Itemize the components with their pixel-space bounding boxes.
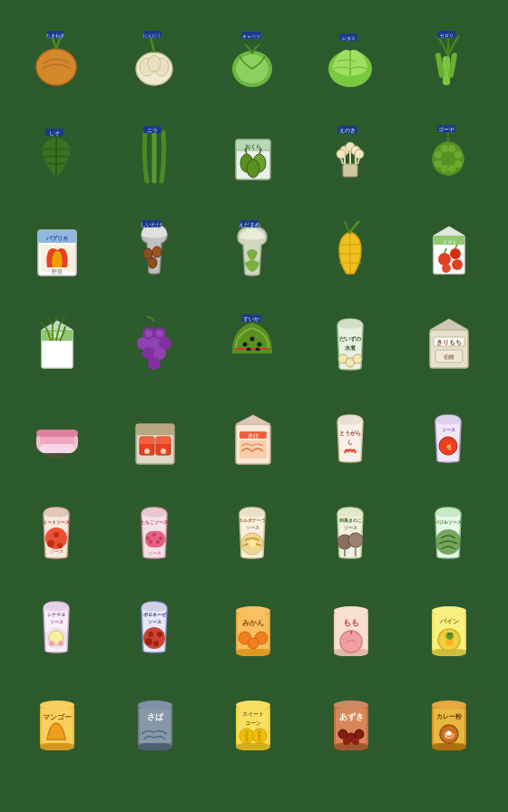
svg-point-32: [247, 160, 259, 178]
svg-point-184: [334, 606, 368, 615]
svg-rect-33: [343, 164, 357, 177]
item-basil-sauce[interactable]: バジルソース: [405, 488, 492, 575]
item-sweet-corn-can[interactable]: スイート コーン: [209, 676, 296, 763]
item-curry-powder[interactable]: カレー粉 🍛: [405, 676, 492, 763]
svg-text:きりもち: きりもち: [436, 339, 462, 346]
item-azuki-can[interactable]: あずき: [307, 676, 394, 763]
svg-point-207: [236, 701, 270, 710]
svg-text:ソース: ソース: [246, 526, 259, 530]
svg-text:ボロネーゼ: ボロネーゼ: [143, 612, 167, 617]
svg-point-106: [353, 354, 362, 363]
svg-point-8: [148, 55, 161, 72]
svg-point-76: [438, 253, 451, 266]
svg-text:トマト: トマト: [443, 239, 456, 245]
svg-point-228: [343, 738, 350, 745]
svg-line-43: [357, 159, 359, 164]
item-onion[interactable]: たまねぎ: [13, 16, 100, 103]
svg-text:和風きのこ: 和風きのこ: [338, 517, 362, 523]
item-celery[interactable]: セロリ: [405, 16, 492, 103]
svg-text:ソース: ソース: [442, 427, 455, 432]
svg-text:マンゴー: マンゴー: [43, 713, 72, 721]
item-cabbage[interactable]: キャベツ: [209, 16, 296, 103]
item-paprika-pkg[interactable]: パプリカ 野菜: [13, 205, 100, 292]
svg-point-51: [441, 165, 448, 172]
sticker-grid: たまねぎ にんにく: [5, 9, 503, 770]
item-mikan-can[interactable]: みかん: [209, 582, 296, 669]
svg-point-190: [432, 606, 466, 615]
svg-point-172: [157, 632, 162, 637]
item-mango-can[interactable]: マンゴー: [13, 676, 100, 763]
svg-point-171: [145, 638, 152, 645]
svg-text:だいずの: だいずの: [339, 335, 361, 343]
svg-point-79: [452, 259, 463, 270]
svg-point-124: [144, 449, 150, 454]
svg-point-153: [249, 540, 256, 547]
item-meat-sauce[interactable]: ミートソース ソース: [13, 488, 100, 575]
svg-line-42: [341, 159, 343, 164]
item-enoki[interactable]: えのき: [307, 111, 394, 198]
svg-rect-123: [156, 437, 171, 444]
item-goya[interactable]: ゴーヤ: [405, 111, 492, 198]
item-grapes[interactable]: [111, 299, 198, 386]
item-watermelon[interactable]: すいか: [209, 299, 296, 386]
svg-point-218: [258, 734, 261, 738]
item-pineapple-can[interactable]: パイン 🍍: [405, 582, 492, 669]
item-okra-pkg[interactable]: おくら: [209, 111, 296, 198]
svg-text:あずき: あずき: [339, 712, 364, 721]
svg-text:パプリカ: パプリカ: [45, 235, 68, 241]
item-salmon-pkg[interactable]: さけ: [209, 393, 296, 480]
item-tomato-carton[interactable]: トマト: [405, 205, 492, 292]
svg-rect-18: [443, 56, 450, 85]
svg-point-91: [148, 357, 161, 370]
item-mushrooms[interactable]: しいたけ: [111, 205, 198, 292]
svg-marker-127: [236, 415, 270, 424]
svg-point-125: [161, 449, 166, 454]
item-kirimochi[interactable]: きりもち 切餅: [405, 299, 492, 386]
item-lettuce[interactable]: レタス: [307, 16, 394, 103]
item-canned-food2[interactable]: [111, 393, 198, 480]
item-daisu-water[interactable]: だいずの 水煮: [307, 299, 394, 386]
svg-point-148: [156, 540, 160, 544]
svg-point-216: [245, 738, 249, 741]
svg-point-161: [435, 529, 461, 555]
item-bolognese[interactable]: ボロネーゼ ソース: [111, 582, 198, 669]
svg-text:レタス: レタス: [342, 35, 356, 41]
item-mentai-mayo[interactable]: シナマヨ ソース: [13, 582, 100, 669]
svg-point-221: [334, 701, 368, 710]
svg-point-166: [49, 641, 54, 646]
svg-point-49: [454, 151, 462, 159]
item-edamame[interactable]: えだまめ: [209, 205, 296, 292]
svg-text:スイート: スイート: [242, 711, 264, 717]
item-momo-can[interactable]: もも: [307, 582, 394, 669]
svg-text:さけ: さけ: [248, 433, 259, 440]
item-fish-cake[interactable]: かまぼこ: [13, 393, 100, 480]
item-wafu-sauce[interactable]: 和風きのこ ソース: [307, 488, 394, 575]
item-tobasco[interactable]: とうがら し: [307, 393, 394, 480]
svg-text:たまねぎ: たまねぎ: [46, 33, 64, 38]
item-carbonara[interactable]: カルボナーラ ソース: [209, 488, 296, 575]
svg-text:ソース: ソース: [148, 550, 161, 556]
item-shiso[interactable]: しそ: [13, 111, 100, 198]
item-corn[interactable]: [307, 205, 394, 292]
item-nira[interactable]: ニラ: [111, 111, 198, 198]
item-garlic[interactable]: にんにく: [111, 16, 198, 103]
svg-point-147: [149, 540, 152, 544]
svg-point-63: [148, 257, 157, 268]
svg-text:ソース: ソース: [50, 620, 64, 624]
svg-text:ソース: ソース: [344, 526, 357, 530]
svg-point-94: [243, 343, 248, 347]
svg-point-214: [245, 730, 249, 734]
svg-point-167: [58, 641, 64, 646]
svg-text:もも: もも: [343, 618, 359, 627]
item-tarako-sauce[interactable]: たらこソース ソース: [111, 488, 198, 575]
svg-point-144: [146, 536, 150, 540]
svg-text:セロリ: セロリ: [440, 33, 454, 38]
svg-text:すいか: すいか: [243, 316, 259, 323]
svg-point-48: [448, 145, 455, 152]
item-saba-can[interactable]: さば: [111, 676, 198, 763]
svg-text:とうがら: とうがら: [339, 430, 361, 437]
svg-point-138: [47, 540, 54, 547]
item-pizza-sauce[interactable]: ソース 🍕: [405, 393, 492, 480]
item-bean-sprouts-carton[interactable]: 豆苗: [13, 299, 100, 386]
svg-text:🍛: 🍛: [444, 729, 455, 740]
